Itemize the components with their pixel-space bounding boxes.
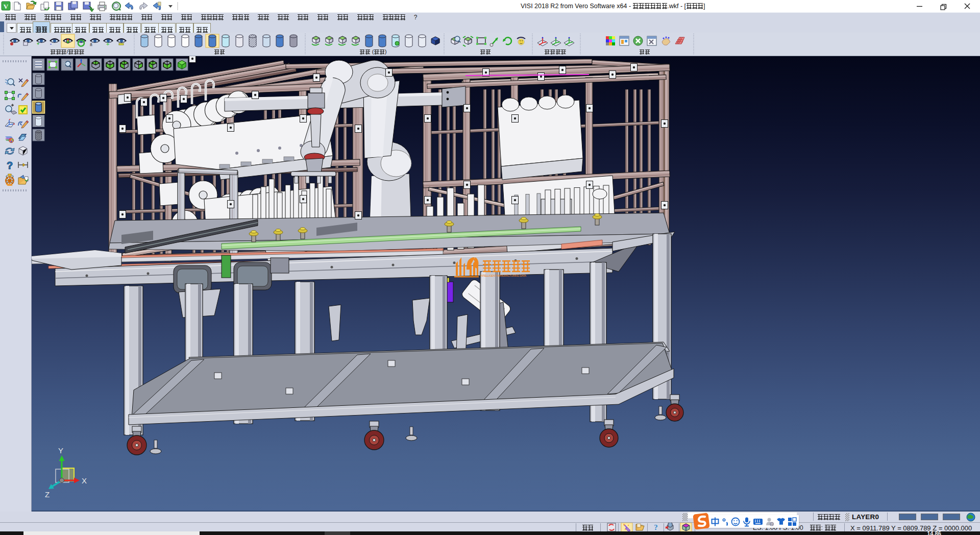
svg-text:±: ± [90,42,92,47]
svg-text:X: X [82,476,87,485]
svg-text:+: + [37,41,39,46]
svg-text:V: V [4,3,9,10]
svg-text:Y: Y [58,446,63,455]
svg-text:INTELLIGENT MANUFACTURING DATA: INTELLIGENT MANUFACTURING DATA [480,274,526,277]
svg-text:?: ? [7,160,13,171]
svg-text:+: + [106,41,109,47]
svg-text:?: ? [654,523,658,531]
svg-text:7: 7 [771,523,773,526]
svg-text:-: - [50,41,52,46]
svg-text:Z: Z [45,490,50,499]
